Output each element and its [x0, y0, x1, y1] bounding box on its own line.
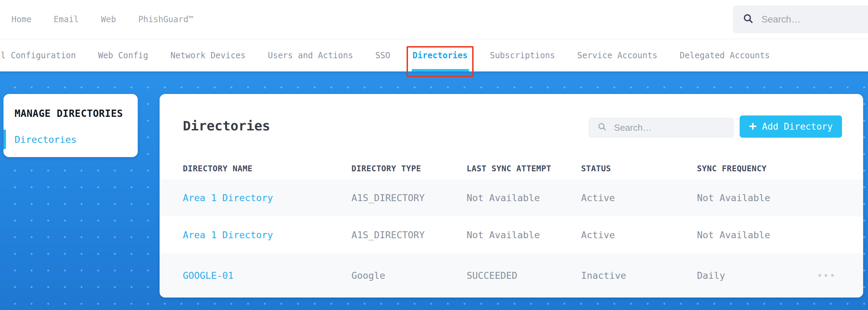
sync-frequency-cell: Not Available: [697, 230, 817, 240]
nav-item-email-configuration-partial[interactable]: l Configuration: [1, 39, 76, 71]
nav-item-subscriptions[interactable]: Subscriptions: [490, 39, 555, 71]
directories-table: DIRECTORY NAME DIRECTORY TYPE LAST SYNC …: [160, 158, 863, 298]
nav-item-web[interactable]: Web: [101, 15, 116, 24]
table-header-row: DIRECTORY NAME DIRECTORY TYPE LAST SYNC …: [160, 158, 863, 179]
last-sync-cell: Not Available: [467, 230, 581, 240]
add-directory-button-label: Add Directory: [762, 121, 833, 132]
nav-item-sso[interactable]: SSO: [375, 39, 390, 71]
directories-search-box[interactable]: [588, 118, 734, 138]
content-background: MANAGE DIRECTORIES Directories Directori…: [0, 71, 868, 310]
directory-name-link[interactable]: Area 1 Directory: [183, 230, 351, 240]
search-icon: [743, 13, 754, 26]
sidebar-item-directories[interactable]: Directories: [3, 130, 138, 149]
nav-item-email[interactable]: Email: [54, 15, 79, 24]
column-header-sync-frequency: SYNC FREQUENCY: [697, 164, 817, 173]
global-search-box[interactable]: [733, 6, 868, 33]
row-menu-ellipsis-icon[interactable]: •••: [817, 270, 840, 281]
table-row: Area 1 Directory A1S_DIRECTORY Not Avail…: [160, 216, 863, 253]
column-header-directory-type: DIRECTORY TYPE: [351, 164, 467, 173]
sidebar-title: MANAGE DIRECTORIES: [15, 108, 138, 119]
column-header-last-sync: LAST SYNC ATTEMPT: [467, 164, 581, 173]
last-sync-cell: Not Available: [467, 192, 581, 203]
directories-search-input[interactable]: [614, 122, 711, 133]
search-icon: [597, 122, 607, 133]
directory-name-link[interactable]: GOOGLE-01: [183, 270, 351, 281]
primary-nav: Home Email Web PhishGuard™: [0, 0, 868, 39]
nav-item-phishguard[interactable]: PhishGuard™: [138, 15, 193, 24]
sidebar-item-label: Directories: [15, 134, 77, 145]
status-cell: Inactive: [581, 270, 697, 281]
secondary-nav: l Configuration Web Config Network Devic…: [0, 39, 868, 71]
status-cell: Active: [581, 192, 697, 203]
plus-icon: +: [749, 120, 757, 132]
sync-frequency-cell: Not Available: [697, 192, 817, 203]
directory-type-cell: A1S_DIRECTORY: [351, 230, 467, 240]
directory-type-cell: Google: [351, 270, 467, 281]
global-search-input[interactable]: [761, 14, 845, 25]
nav-item-network-devices[interactable]: Network Devices: [170, 39, 246, 71]
directory-type-cell: A1S_DIRECTORY: [351, 192, 467, 203]
nav-item-directories[interactable]: Directories: [412, 39, 468, 71]
table-row: Area 1 Directory A1S_DIRECTORY Not Avail…: [160, 179, 863, 216]
last-sync-cell: SUCCEEDED: [467, 270, 581, 281]
active-indicator-bar: [3, 130, 6, 149]
add-directory-button[interactable]: + Add Directory: [740, 115, 842, 138]
status-cell: Active: [581, 230, 697, 240]
nav-item-web-config[interactable]: Web Config: [98, 39, 148, 71]
sync-frequency-cell: Daily: [697, 270, 817, 281]
directories-card: Directories + Add Directory DI: [160, 94, 863, 298]
column-header-status: STATUS: [581, 164, 697, 173]
nav-item-service-accounts[interactable]: Service Accounts: [577, 39, 657, 71]
app-window: Home Email Web PhishGuard™ l Configurati…: [0, 0, 868, 310]
primary-nav-items: Home Email Web PhishGuard™: [11, 15, 193, 24]
nav-item-delegated-accounts[interactable]: Delegated Accounts: [680, 39, 770, 71]
nav-item-users-and-actions[interactable]: Users and Actions: [268, 39, 353, 71]
nav-item-home[interactable]: Home: [11, 15, 32, 24]
manage-directories-card: MANAGE DIRECTORIES Directories: [3, 94, 138, 157]
column-header-directory-name: DIRECTORY NAME: [183, 164, 351, 173]
page-title: Directories: [183, 118, 270, 134]
table-row: GOOGLE-01 Google SUCCEEDED Inactive Dail…: [160, 253, 863, 298]
directory-name-link[interactable]: Area 1 Directory: [183, 192, 351, 203]
